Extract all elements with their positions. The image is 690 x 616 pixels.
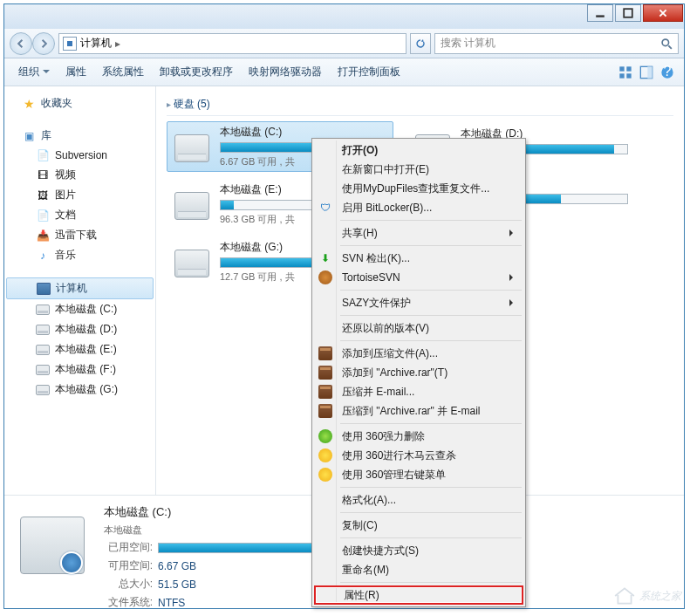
maximize-button[interactable]: [615, 4, 641, 22]
sidebar-drive-c[interactable]: 本地磁盘 (C:): [4, 299, 155, 319]
nav-sidebar: ★收藏夹 ▣库 📄Subversion 🎞视频 🖼图片 📄文档 📥迅雷下载 ♪音…: [4, 86, 156, 495]
ctx-rename[interactable]: 重命名(M): [314, 560, 523, 579]
computer-icon: [63, 37, 77, 51]
sidebar-item-videos[interactable]: 🎞视频: [4, 165, 155, 185]
sidebar-drive-e[interactable]: 本地磁盘 (E:): [4, 339, 155, 359]
svn-icon: ⬇: [318, 251, 332, 265]
svg-rect-5: [619, 73, 624, 78]
sidebar-item-music[interactable]: ♪音乐: [4, 245, 155, 265]
ctx-sazy[interactable]: SAZY文件保护: [314, 293, 523, 312]
computer-icon: [37, 283, 51, 295]
ctx-360-scan[interactable]: 使用 360进行木马云查杀: [314, 446, 523, 465]
ctx-bitlocker[interactable]: 🛡启用 BitLocker(B)...: [314, 198, 523, 217]
watermark: 系统之家: [613, 586, 681, 606]
ctx-copy[interactable]: 复制(C): [314, 516, 523, 535]
toolbar-organize[interactable]: 组织: [11, 61, 57, 83]
ctx-tortoisesvn[interactable]: TortoiseSVN: [314, 268, 523, 287]
sidebar-item-thunder[interactable]: 📥迅雷下载: [4, 225, 155, 245]
search-icon: [660, 38, 673, 50]
toolbar-properties[interactable]: 属性: [58, 61, 93, 83]
toolbar-map-drive[interactable]: 映射网络驱动器: [242, 61, 329, 83]
music-icon: ♪: [36, 249, 50, 263]
document-icon: 📄: [36, 209, 50, 222]
disk-icon: [36, 305, 50, 315]
360-icon: [318, 468, 332, 482]
ctx-create-shortcut[interactable]: 创建快捷方式(S): [314, 541, 523, 560]
minimize-button[interactable]: [587, 4, 613, 22]
ctx-add-archive[interactable]: 添加到压缩文件(A)...: [314, 344, 523, 363]
sidebar-item-pictures[interactable]: 🖼图片: [4, 185, 155, 205]
sidebar-drive-d[interactable]: 本地磁盘 (D:): [4, 319, 155, 339]
ctx-360-menu[interactable]: 使用 360管理右键菜单: [314, 465, 523, 484]
search-input[interactable]: 搜索 计算机: [434, 33, 679, 54]
sidebar-favorites[interactable]: ★收藏夹: [4, 93, 155, 113]
nav-forward-button[interactable]: [32, 32, 55, 55]
360-icon: [318, 429, 332, 443]
drive-icon: [173, 187, 211, 222]
sidebar-drive-f[interactable]: 本地磁盘 (F:): [4, 359, 155, 380]
breadcrumb[interactable]: 计算机: [80, 36, 112, 51]
chevron-right-icon[interactable]: ▸: [115, 38, 120, 50]
svg-rect-6: [626, 73, 631, 78]
ctx-zip-email[interactable]: 压缩并 E-mail...: [314, 382, 523, 401]
ctx-add-rar[interactable]: 添加到 "Archive.rar"(T): [314, 363, 523, 382]
svg-rect-3: [619, 66, 624, 71]
toolbar-system-properties[interactable]: 系统属性: [95, 61, 151, 83]
house-icon: [613, 586, 636, 606]
drive-icon: [173, 129, 211, 164]
sidebar-item-documents[interactable]: 📄文档: [4, 205, 155, 225]
ctx-format[interactable]: 格式化(A)...: [314, 490, 523, 510]
ctx-mydupfiles[interactable]: 使用MyDupFiles查找重复文件...: [314, 179, 523, 198]
archive-icon: [318, 346, 332, 360]
view-options-button[interactable]: [616, 63, 635, 82]
help-button[interactable]: ?: [658, 63, 677, 82]
svg-rect-1: [624, 9, 632, 17]
star-icon: ★: [22, 97, 36, 111]
refresh-button[interactable]: [410, 33, 431, 54]
ctx-share[interactable]: 共享(H): [314, 223, 523, 243]
titlebar: [4, 4, 684, 29]
svg-rect-4: [626, 66, 631, 71]
ctx-properties[interactable]: 属性(R): [314, 585, 523, 605]
details-drive-icon: [15, 504, 90, 579]
ctx-zip-rar-email[interactable]: 压缩到 "Archive.rar" 并 E-mail: [314, 401, 523, 421]
svg-rect-0: [596, 15, 605, 17]
sidebar-libraries[interactable]: ▣库: [4, 126, 155, 146]
svg-rect-8: [647, 66, 652, 78]
ctx-svn-checkout[interactable]: ⬇SVN 检出(K)...: [314, 249, 523, 268]
disk-icon: [36, 345, 50, 355]
nav-back-button[interactable]: [10, 32, 32, 55]
section-header-disks[interactable]: 硬盘 (5): [167, 93, 673, 116]
nav-bar: 计算机 ▸ 搜索 计算机: [4, 29, 684, 58]
disk-icon: [36, 325, 50, 335]
sidebar-item-subversion[interactable]: 📄Subversion: [4, 146, 155, 165]
ctx-open[interactable]: 打开(O): [314, 140, 523, 160]
video-icon: 🎞: [36, 168, 50, 182]
shield-icon: 🛡: [318, 201, 332, 215]
sidebar-computer[interactable]: 计算机: [6, 277, 154, 299]
360-icon: [318, 448, 332, 462]
folder-icon: 📄: [36, 148, 50, 162]
svg-text:?: ?: [664, 65, 672, 79]
svg-point-2: [662, 39, 668, 45]
disk-icon: [36, 385, 50, 395]
ctx-restore-version[interactable]: 还原以前的版本(V): [314, 318, 523, 338]
context-menu: 打开(O) 在新窗口中打开(E) 使用MyDupFiles查找重复文件... 🛡…: [311, 138, 526, 607]
archive-icon: [318, 385, 332, 399]
disk-icon: [36, 365, 50, 375]
toolbar-control-panel[interactable]: 打开控制面板: [331, 61, 407, 83]
address-bar[interactable]: 计算机 ▸: [58, 33, 406, 54]
tortoise-icon: [318, 270, 332, 284]
preview-pane-button[interactable]: [637, 63, 656, 82]
ctx-open-new-window[interactable]: 在新窗口中打开(E): [314, 160, 523, 179]
drive-icon: [173, 244, 211, 279]
search-placeholder: 搜索 计算机: [441, 36, 495, 51]
ctx-360-delete[interactable]: 使用 360强力删除: [314, 427, 523, 446]
library-icon: ▣: [22, 129, 36, 143]
close-button[interactable]: [643, 4, 683, 22]
sidebar-drive-g[interactable]: 本地磁盘 (G:): [4, 380, 155, 400]
download-icon: 📥: [36, 229, 50, 243]
toolbar: 组织 属性 系统属性 卸载或更改程序 映射网络驱动器 打开控制面板 ?: [4, 58, 684, 86]
archive-icon: [318, 366, 332, 380]
toolbar-uninstall[interactable]: 卸载或更改程序: [153, 61, 240, 83]
